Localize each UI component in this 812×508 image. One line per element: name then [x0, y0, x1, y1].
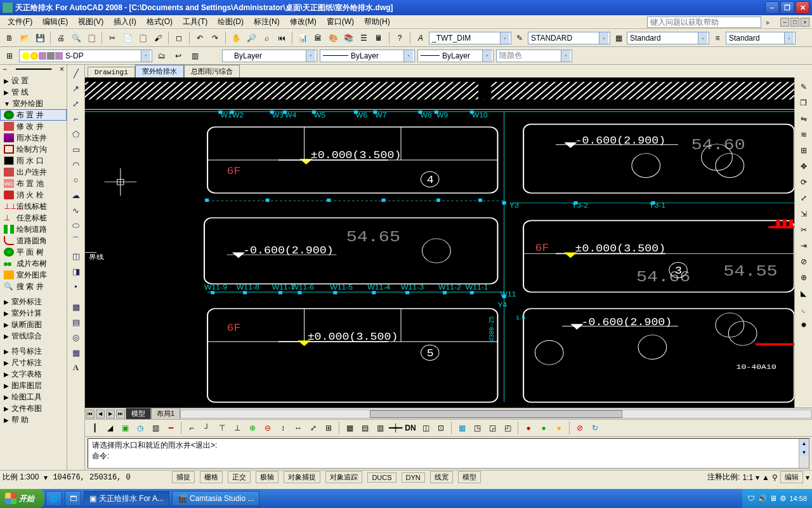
ellipse-arc-icon[interactable]: ⌒: [69, 234, 83, 248]
tch-cmd-huizhifanggou[interactable]: 绘制方沟: [0, 144, 67, 155]
bt-18[interactable]: ▤: [358, 421, 372, 435]
help-search-input[interactable]: [647, 17, 761, 28]
layerfilter-icon[interactable]: ▥: [188, 49, 202, 63]
scale-icon[interactable]: ⤢: [797, 191, 811, 205]
tch-cat-5[interactable]: ▶尺寸标注: [0, 357, 67, 368]
region-icon[interactable]: ◎: [69, 330, 83, 344]
bt-20[interactable]: ━┿━: [388, 421, 402, 435]
cut-icon[interactable]: ✂: [105, 31, 119, 45]
bt-15[interactable]: ⤢: [306, 421, 320, 435]
tab-active[interactable]: 室外给排水: [135, 65, 184, 77]
tch-cmd-yanxian-biaozhuang[interactable]: ⊥⊥⊥沿线标桩: [0, 201, 67, 212]
copy2-icon[interactable]: ❐: [797, 96, 811, 110]
preview-icon[interactable]: 🔍: [69, 31, 83, 45]
bt-14[interactable]: ↔: [291, 421, 305, 435]
layerprev-icon[interactable]: ↩: [171, 49, 185, 63]
hscroll[interactable]: [180, 410, 812, 418]
print-icon[interactable]: 🖨: [54, 31, 68, 45]
bt-25[interactable]: ◲: [485, 421, 499, 435]
lineweight-dropdown[interactable]: ByLayer: [417, 50, 494, 62]
layerwalk-1-icon[interactable]: ⊞: [3, 49, 16, 63]
anno-icon2[interactable]: ⚲: [772, 473, 778, 482]
textstyle-icon[interactable]: A: [414, 31, 428, 45]
tch-cmd-huizhi-daolu[interactable]: 绘制道路: [0, 224, 67, 235]
bt-30[interactable]: ⊘: [573, 421, 587, 435]
ltab-next-icon[interactable]: ▶: [106, 410, 115, 418]
point-icon[interactable]: •: [69, 279, 83, 293]
bt-16[interactable]: ⊞: [322, 421, 336, 435]
arc-icon[interactable]: ◠: [69, 157, 83, 171]
bt-13[interactable]: ↕: [276, 421, 290, 435]
block-insert-icon[interactable]: ◫: [69, 249, 83, 263]
tablestyle-icon[interactable]: ▦: [612, 31, 625, 45]
layermgr-icon[interactable]: 🗂: [155, 49, 169, 63]
linetype-dropdown[interactable]: ByLayer: [320, 50, 415, 62]
menu-window[interactable]: 窗口(W): [322, 15, 359, 29]
redo-icon[interactable]: ↷: [208, 31, 222, 45]
bt-4[interactable]: ◷: [133, 421, 147, 435]
bt-17[interactable]: ▦: [343, 421, 357, 435]
ltab-prev-icon[interactable]: ◀: [96, 410, 105, 418]
mtext-icon[interactable]: A: [69, 361, 83, 375]
revcloud-icon[interactable]: ☁: [69, 188, 83, 202]
color-dropdown[interactable]: ByLayer: [222, 50, 317, 62]
join-icon[interactable]: ⊕: [797, 271, 811, 284]
ltab-last-icon[interactable]: ⏭: [116, 410, 125, 418]
tch-cmd-pingmianshu[interactable]: 平 面 树: [0, 246, 67, 258]
xline-icon[interactable]: ⤢: [69, 97, 83, 110]
tch-cat-9[interactable]: ▶文件布图: [0, 403, 67, 414]
tch-cat-10[interactable]: ▶帮 助: [0, 414, 67, 425]
status-scale[interactable]: 比例 1:300: [3, 472, 39, 483]
tch-cat-7[interactable]: ▶图库图层: [0, 380, 67, 391]
tray-icon-4[interactable]: ⚙: [780, 494, 787, 503]
rotate-icon[interactable]: ⟳: [797, 175, 811, 189]
offset-icon[interactable]: ≋: [797, 128, 811, 142]
gradient-icon[interactable]: ▤: [69, 315, 83, 329]
bt-7[interactable]: ⌐: [185, 421, 199, 435]
menu-tools[interactable]: 工具(T): [178, 15, 213, 29]
erase-icon[interactable]: ✎: [797, 80, 811, 94]
mode-dyn[interactable]: DYN: [402, 472, 425, 483]
quickcalc-icon[interactable]: 🖩: [372, 31, 386, 45]
close-button[interactable]: ✕: [796, 1, 809, 14]
tch-cmd-daolu-yuanjiao[interactable]: 道路圆角: [0, 235, 67, 246]
bt-1[interactable]: ┃: [88, 421, 102, 435]
markup-icon[interactable]: ☰: [357, 31, 370, 45]
drawing-canvas[interactable]: 6F ±0.000(3.500) 4 -0.600(2.900) 54.60: [85, 77, 794, 408]
bt-5[interactable]: ▥: [148, 421, 162, 435]
hatch-icon[interactable]: ▦: [69, 300, 83, 314]
undo-icon[interactable]: ↶: [193, 31, 207, 45]
mode-ortho[interactable]: 正交: [228, 471, 251, 483]
chamfer-icon[interactable]: ◣: [797, 286, 811, 300]
spline-icon[interactable]: ∿: [69, 203, 83, 217]
move-icon[interactable]: ✥: [797, 159, 811, 173]
menu-edit[interactable]: 编辑(E): [37, 15, 73, 29]
tch-cmd-chengpian-bushu[interactable]: 成片布树: [0, 258, 67, 269]
tch-cat-6[interactable]: ▶文字表格: [0, 368, 67, 380]
tray-icon-2[interactable]: 🔊: [757, 494, 767, 503]
tch-cat-2[interactable]: ▶纵断面图: [0, 319, 67, 330]
tch-cat-outdoor-draw[interactable]: ▼室外绘图: [0, 98, 67, 109]
quicklaunch-1[interactable]: 🌐: [46, 491, 62, 506]
pan-icon[interactable]: ✋: [229, 31, 243, 45]
tab-combined[interactable]: 总图雨污综合: [184, 65, 240, 77]
explode-icon[interactable]: ✸: [797, 318, 811, 332]
tch-cmd-buzhichi[interactable]: WC布 置 池: [0, 178, 67, 189]
tray-icon-1[interactable]: 🛡: [747, 494, 755, 503]
break-icon[interactable]: ⊘: [797, 255, 811, 269]
line-icon[interactable]: ╱: [69, 66, 83, 80]
textstyle-dropdown[interactable]: STANDARD: [528, 32, 610, 44]
mlstyle-icon[interactable]: ≡: [710, 31, 724, 45]
menu-file[interactable]: 文件(F): [3, 15, 37, 29]
layout-tab-layout1[interactable]: 布局1: [151, 408, 180, 420]
sheetset-icon[interactable]: 📚: [341, 31, 355, 45]
tch-cat-0[interactable]: ▶室外标注: [0, 296, 67, 307]
bt-24[interactable]: ◳: [470, 421, 484, 435]
zoom-prev-icon[interactable]: ⏮: [275, 31, 289, 45]
system-tray[interactable]: 🛡 🔊 🖥 ⚙ 14:58: [742, 489, 812, 508]
tch-cmd-buzhijing[interactable]: 布 置 井: [0, 109, 67, 121]
command-window[interactable]: 请选择雨水口和就近的雨水井<退出>: 命令: ▲▼: [88, 438, 809, 469]
bt-29[interactable]: ●: [552, 421, 566, 435]
anno-icon1[interactable]: ▲: [762, 473, 769, 482]
tch-cmd-sousuojing[interactable]: 🔍搜 索 井: [0, 281, 67, 292]
